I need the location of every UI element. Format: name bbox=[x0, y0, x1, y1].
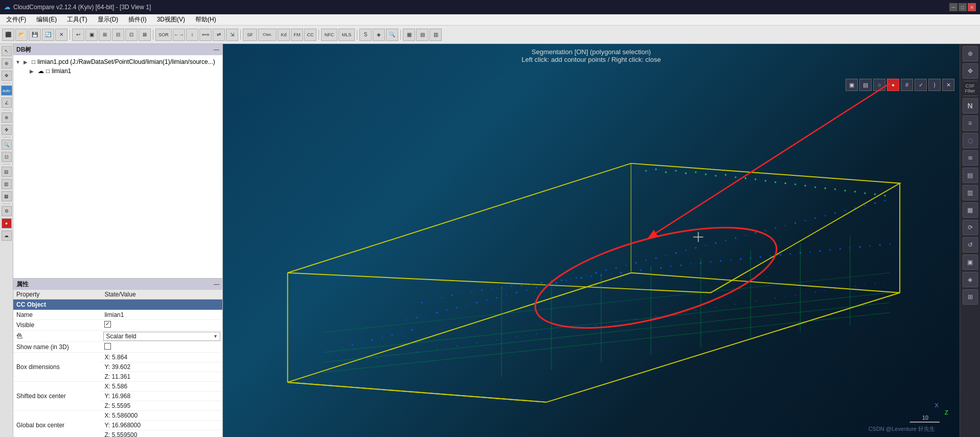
tb-view3[interactable]: ▥ bbox=[429, 29, 442, 41]
icon-crosshair[interactable]: ⊕ bbox=[2, 112, 12, 123]
icon-sep-5 bbox=[3, 203, 11, 204]
svg-point-52 bbox=[630, 271, 632, 272]
prop-value-name[interactable]: limian1 bbox=[101, 310, 222, 320]
tree-child-limian1[interactable]: ▶ ☁ □ limian1 bbox=[15, 66, 220, 76]
tb-nfc[interactable]: NFC bbox=[321, 29, 337, 41]
menu-edit[interactable]: 编辑(E) bbox=[32, 14, 61, 25]
icon-pointer[interactable]: ↖ bbox=[2, 46, 12, 56]
tb-transform[interactable]: ⟺ bbox=[199, 29, 212, 41]
right-icon-filter10[interactable]: ◈ bbox=[963, 272, 978, 287]
right-icon-filter3[interactable]: ≋ bbox=[963, 150, 978, 166]
tb-measure[interactable]: ◈ bbox=[373, 29, 385, 41]
tree-root[interactable]: ▼ ▶ □ limian1.pcd (J:/RawDataSet/PointCl… bbox=[15, 57, 220, 66]
right-icon-filter11[interactable]: ⊞ bbox=[963, 289, 978, 305]
icon-zoom[interactable]: ⊕ bbox=[2, 58, 12, 68]
menu-tools[interactable]: 工具(T) bbox=[63, 14, 91, 25]
right-icon-filter1[interactable]: ≡ bbox=[963, 116, 978, 131]
svg-point-90 bbox=[506, 294, 508, 296]
right-icon-pan[interactable]: ✥ bbox=[963, 63, 978, 79]
props-collapse[interactable]: — bbox=[214, 281, 219, 287]
tb-classify[interactable]: Clas. bbox=[258, 29, 277, 41]
tb-select[interactable]: ▣ bbox=[85, 29, 98, 41]
tb-sf[interactable]: SF bbox=[243, 29, 257, 41]
tb-pick[interactable]: S bbox=[359, 29, 372, 41]
view-3d[interactable]: Segmentation [ON] (polygonal selection) … bbox=[223, 44, 960, 437]
icon-cloud[interactable]: ☁ bbox=[2, 231, 12, 241]
prop-value-global-y: Y: 16.968000 bbox=[101, 421, 222, 430]
showname-checkbox[interactable] bbox=[104, 343, 111, 350]
prop-value-show-name[interactable] bbox=[101, 342, 222, 353]
icon-magnify[interactable]: 🔍 bbox=[2, 140, 12, 150]
svg-point-173 bbox=[566, 329, 567, 330]
right-icon-rotate[interactable]: ⊕ bbox=[963, 46, 978, 61]
prop-value-color[interactable]: Scalar field ▼ bbox=[101, 331, 222, 342]
tb-fm[interactable]: FM bbox=[291, 29, 303, 41]
tb-undo[interactable]: ↩ bbox=[72, 29, 84, 41]
svg-point-89 bbox=[496, 297, 497, 298]
icon-settings[interactable]: ⚙ bbox=[2, 206, 12, 216]
tb-split[interactable]: ⊟ bbox=[112, 29, 124, 41]
icon-layer1[interactable]: ▤ bbox=[2, 167, 12, 177]
prop-row-global-x: Global box center X: 5.586000 bbox=[13, 411, 222, 421]
tb-subsample[interactable]: ⊡ bbox=[125, 29, 138, 41]
right-icon-filter2[interactable]: ◌ bbox=[963, 133, 978, 148]
color-dropdown[interactable]: Scalar field ▼ bbox=[103, 332, 220, 341]
menu-3dview[interactable]: 3D视图(V) bbox=[153, 14, 189, 25]
tb-save[interactable]: 💾 bbox=[29, 29, 41, 41]
tb-close[interactable]: ✕ bbox=[55, 29, 67, 41]
right-icon-filter6[interactable]: ▦ bbox=[963, 202, 978, 218]
right-icon-n[interactable]: N bbox=[963, 98, 978, 113]
tb-scale[interactable]: ⇲ bbox=[226, 29, 238, 41]
color-dropdown-value: Scalar field bbox=[106, 333, 136, 340]
tree-expand-root2[interactable]: ▶ bbox=[24, 59, 30, 65]
svg-point-172 bbox=[556, 331, 557, 332]
tb-remove[interactable]: ⊠ bbox=[139, 29, 151, 41]
maximize-button[interactable]: □ bbox=[959, 3, 967, 11]
icon-layer3[interactable]: ▦ bbox=[2, 191, 12, 201]
tb-move[interactable]: ←→ bbox=[173, 29, 185, 41]
right-icon-filter7[interactable]: ⟳ bbox=[963, 220, 978, 235]
icon-color[interactable]: ● bbox=[2, 218, 12, 228]
close-button[interactable]: ✕ bbox=[968, 3, 976, 11]
right-icon-filter4[interactable]: ▤ bbox=[963, 168, 978, 183]
db-tree[interactable]: ▼ ▶ □ limian1.pcd (J:/RawDataSet/PointCl… bbox=[13, 55, 222, 278]
tree-expand-root[interactable]: ▼ bbox=[15, 59, 21, 65]
menu-help[interactable]: 帮助(H) bbox=[191, 14, 220, 25]
svg-point-99 bbox=[596, 272, 597, 273]
tb-search[interactable]: 🔍 bbox=[386, 29, 398, 41]
tb-view2[interactable]: ▤ bbox=[416, 29, 428, 41]
tb-view1[interactable]: ▦ bbox=[403, 29, 415, 41]
menu-file[interactable]: 文件(F) bbox=[2, 14, 30, 25]
icon-fit[interactable]: ⊡ bbox=[2, 152, 12, 162]
tb-sor[interactable]: SOR bbox=[155, 29, 172, 41]
icon-auto[interactable]: auto bbox=[1, 85, 12, 96]
menu-plugins[interactable]: 插件(I) bbox=[124, 14, 150, 25]
right-icon-filter5[interactable]: ▥ bbox=[963, 185, 978, 200]
db-panel-collapse[interactable]: — bbox=[214, 47, 219, 53]
minimize-button[interactable]: ─ bbox=[949, 3, 958, 11]
menu-display[interactable]: 显示(D) bbox=[94, 14, 123, 25]
icon-pan[interactable]: ✥ bbox=[2, 71, 12, 81]
right-icon-filter9[interactable]: ▣ bbox=[963, 255, 978, 270]
svg-point-32 bbox=[431, 300, 432, 301]
right-sidebar: ⊕ ✥ CSF Filter N ≡ ◌ ≋ ▤ ▥ ▦ ⟳ ↺ ▣ ◈ ⊞ bbox=[960, 44, 980, 437]
svg-point-118 bbox=[785, 225, 786, 226]
tb-rotate[interactable]: ↕ bbox=[186, 29, 198, 41]
svg-point-62 bbox=[730, 259, 732, 261]
prop-value-visible[interactable] bbox=[101, 320, 222, 331]
tb-open[interactable]: 📂 bbox=[15, 29, 28, 41]
tb-mls[interactable]: MLS bbox=[338, 29, 355, 41]
tb-new[interactable]: ⬛ bbox=[2, 29, 14, 41]
tb-cc[interactable]: CC bbox=[304, 29, 316, 41]
icon-angle[interactable]: ∠ bbox=[2, 98, 12, 108]
tb-kd[interactable]: Kd bbox=[278, 29, 290, 41]
tb-mirror[interactable]: ⇌ bbox=[213, 29, 225, 41]
icon-layer2[interactable]: ▥ bbox=[2, 179, 12, 189]
tb-refresh[interactable]: 🔄 bbox=[42, 29, 54, 41]
visible-checkbox[interactable] bbox=[104, 321, 111, 328]
right-icon-filter8[interactable]: ↺ bbox=[963, 237, 978, 252]
window-controls[interactable]: ─ □ ✕ bbox=[949, 3, 976, 11]
icon-move[interactable]: ✥ bbox=[2, 125, 12, 135]
tb-merge[interactable]: ⊞ bbox=[99, 29, 111, 41]
tree-expand-child[interactable]: ▶ bbox=[30, 68, 36, 74]
